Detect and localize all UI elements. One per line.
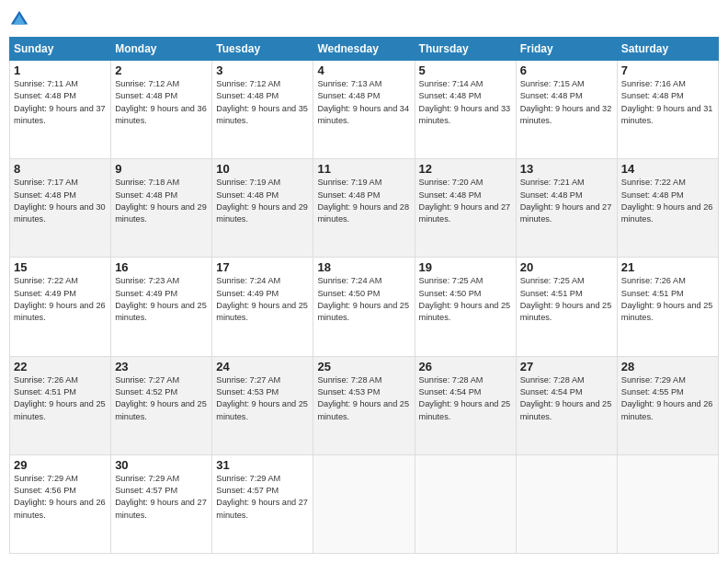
calendar-cell: 24Sunrise: 7:27 AMSunset: 4:53 PMDayligh… [212, 356, 313, 454]
day-info: Sunrise: 7:25 AMSunset: 4:51 PMDaylight:… [520, 275, 613, 324]
day-info: Sunrise: 7:28 AMSunset: 4:53 PMDaylight:… [317, 374, 410, 423]
header [9, 9, 719, 29]
calendar-cell: 1Sunrise: 7:11 AMSunset: 4:48 PMDaylight… [10, 61, 111, 159]
calendar-cell: 11Sunrise: 7:19 AMSunset: 4:48 PMDayligh… [313, 159, 415, 258]
calendar-week-1: 1Sunrise: 7:11 AMSunset: 4:48 PMDaylight… [10, 61, 719, 159]
calendar-cell: 15Sunrise: 7:22 AMSunset: 4:49 PMDayligh… [10, 258, 111, 356]
calendar-cell [415, 454, 516, 553]
calendar-week-5: 29Sunrise: 7:29 AMSunset: 4:56 PMDayligh… [10, 454, 719, 553]
day-header-tuesday: Tuesday [212, 38, 313, 61]
calendar-cell: 9Sunrise: 7:18 AMSunset: 4:48 PMDaylight… [111, 159, 212, 258]
day-number: 20 [520, 260, 613, 274]
day-info: Sunrise: 7:24 AMSunset: 4:49 PMDaylight:… [216, 275, 309, 324]
day-info: Sunrise: 7:12 AMSunset: 4:48 PMDaylight:… [216, 78, 309, 127]
day-number: 15 [14, 260, 107, 274]
calendar-cell: 19Sunrise: 7:25 AMSunset: 4:50 PMDayligh… [415, 258, 516, 356]
calendar-cell: 29Sunrise: 7:29 AMSunset: 4:56 PMDayligh… [10, 454, 111, 553]
day-number: 14 [621, 162, 714, 176]
calendar-cell [516, 454, 617, 553]
day-info: Sunrise: 7:22 AMSunset: 4:48 PMDaylight:… [621, 177, 714, 225]
calendar-cell: 3Sunrise: 7:12 AMSunset: 4:48 PMDaylight… [212, 61, 313, 159]
day-info: Sunrise: 7:22 AMSunset: 4:49 PMDaylight:… [14, 275, 107, 324]
calendar-week-2: 8Sunrise: 7:17 AMSunset: 4:48 PMDaylight… [10, 159, 719, 258]
day-number: 10 [216, 162, 309, 176]
calendar-week-3: 15Sunrise: 7:22 AMSunset: 4:49 PMDayligh… [10, 258, 719, 356]
calendar-cell: 26Sunrise: 7:28 AMSunset: 4:54 PMDayligh… [415, 356, 516, 454]
day-number: 17 [216, 260, 309, 274]
day-info: Sunrise: 7:27 AMSunset: 4:53 PMDaylight:… [216, 374, 309, 423]
day-number: 27 [520, 360, 613, 373]
day-info: Sunrise: 7:26 AMSunset: 4:51 PMDaylight:… [621, 275, 714, 324]
calendar-cell: 18Sunrise: 7:24 AMSunset: 4:50 PMDayligh… [313, 258, 415, 356]
day-number: 23 [115, 360, 208, 373]
calendar-cell: 4Sunrise: 7:13 AMSunset: 4:48 PMDaylight… [313, 61, 415, 159]
calendar-cell: 2Sunrise: 7:12 AMSunset: 4:48 PMDaylight… [111, 61, 212, 159]
day-info: Sunrise: 7:13 AMSunset: 4:48 PMDaylight:… [317, 78, 410, 127]
day-number: 9 [115, 162, 208, 176]
day-header-monday: Monday [111, 38, 212, 61]
day-info: Sunrise: 7:26 AMSunset: 4:51 PMDaylight:… [14, 374, 107, 423]
calendar-cell: 21Sunrise: 7:26 AMSunset: 4:51 PMDayligh… [617, 258, 718, 356]
day-info: Sunrise: 7:29 AMSunset: 4:57 PMDaylight:… [115, 473, 208, 522]
calendar-cell: 20Sunrise: 7:25 AMSunset: 4:51 PMDayligh… [516, 258, 617, 356]
day-number: 6 [520, 63, 613, 77]
calendar-cell: 28Sunrise: 7:29 AMSunset: 4:55 PMDayligh… [617, 356, 718, 454]
page: SundayMondayTuesdayWednesdayThursdayFrid… [0, 0, 728, 563]
day-number: 19 [419, 260, 512, 274]
day-number: 11 [317, 162, 410, 176]
day-info: Sunrise: 7:19 AMSunset: 4:48 PMDaylight:… [317, 177, 410, 225]
calendar-cell: 10Sunrise: 7:19 AMSunset: 4:48 PMDayligh… [212, 159, 313, 258]
day-number: 30 [115, 458, 208, 472]
day-info: Sunrise: 7:16 AMSunset: 4:48 PMDaylight:… [621, 78, 714, 127]
day-info: Sunrise: 7:27 AMSunset: 4:52 PMDaylight:… [115, 374, 208, 423]
day-info: Sunrise: 7:14 AMSunset: 4:48 PMDaylight:… [419, 78, 512, 127]
day-number: 2 [115, 63, 208, 77]
calendar-week-4: 22Sunrise: 7:26 AMSunset: 4:51 PMDayligh… [10, 356, 719, 454]
calendar-cell: 13Sunrise: 7:21 AMSunset: 4:48 PMDayligh… [516, 159, 617, 258]
day-header-friday: Friday [516, 38, 617, 61]
day-info: Sunrise: 7:15 AMSunset: 4:48 PMDaylight:… [520, 78, 613, 127]
calendar-cell: 5Sunrise: 7:14 AMSunset: 4:48 PMDaylight… [415, 61, 516, 159]
day-info: Sunrise: 7:29 AMSunset: 4:57 PMDaylight:… [216, 473, 309, 522]
calendar-cell: 25Sunrise: 7:28 AMSunset: 4:53 PMDayligh… [313, 356, 415, 454]
calendar-cell: 7Sunrise: 7:16 AMSunset: 4:48 PMDaylight… [617, 61, 718, 159]
calendar-cell: 27Sunrise: 7:28 AMSunset: 4:54 PMDayligh… [516, 356, 617, 454]
day-number: 29 [14, 458, 107, 472]
day-info: Sunrise: 7:25 AMSunset: 4:50 PMDaylight:… [419, 275, 512, 324]
day-header-saturday: Saturday [617, 38, 718, 61]
day-info: Sunrise: 7:21 AMSunset: 4:48 PMDaylight:… [520, 177, 613, 225]
logo-icon [9, 9, 29, 29]
calendar-cell: 8Sunrise: 7:17 AMSunset: 4:48 PMDaylight… [10, 159, 111, 258]
day-number: 26 [419, 360, 512, 373]
calendar-cell [313, 454, 415, 553]
day-info: Sunrise: 7:28 AMSunset: 4:54 PMDaylight:… [520, 374, 613, 423]
day-info: Sunrise: 7:29 AMSunset: 4:56 PMDaylight:… [14, 473, 107, 522]
day-info: Sunrise: 7:28 AMSunset: 4:54 PMDaylight:… [419, 374, 512, 423]
calendar-header-row: SundayMondayTuesdayWednesdayThursdayFrid… [10, 38, 719, 61]
day-number: 31 [216, 458, 309, 472]
calendar-table: SundayMondayTuesdayWednesdayThursdayFrid… [9, 37, 719, 554]
calendar-cell: 31Sunrise: 7:29 AMSunset: 4:57 PMDayligh… [212, 454, 313, 553]
day-number: 28 [621, 360, 714, 373]
day-number: 18 [317, 260, 410, 274]
day-number: 12 [419, 162, 512, 176]
calendar-cell: 30Sunrise: 7:29 AMSunset: 4:57 PMDayligh… [111, 454, 212, 553]
day-header-thursday: Thursday [415, 38, 516, 61]
calendar-cell: 14Sunrise: 7:22 AMSunset: 4:48 PMDayligh… [617, 159, 718, 258]
day-number: 7 [621, 63, 714, 77]
day-number: 5 [419, 63, 512, 77]
calendar-cell: 23Sunrise: 7:27 AMSunset: 4:52 PMDayligh… [111, 356, 212, 454]
calendar-cell: 22Sunrise: 7:26 AMSunset: 4:51 PMDayligh… [10, 356, 111, 454]
day-info: Sunrise: 7:18 AMSunset: 4:48 PMDaylight:… [115, 177, 208, 225]
day-info: Sunrise: 7:12 AMSunset: 4:48 PMDaylight:… [115, 78, 208, 127]
day-info: Sunrise: 7:11 AMSunset: 4:48 PMDaylight:… [14, 78, 107, 127]
calendar-cell: 17Sunrise: 7:24 AMSunset: 4:49 PMDayligh… [212, 258, 313, 356]
day-header-wednesday: Wednesday [313, 38, 415, 61]
day-number: 21 [621, 260, 714, 274]
day-number: 16 [115, 260, 208, 274]
day-info: Sunrise: 7:24 AMSunset: 4:50 PMDaylight:… [317, 275, 410, 324]
day-number: 1 [14, 63, 107, 77]
calendar-cell [617, 454, 718, 553]
calendar-cell: 16Sunrise: 7:23 AMSunset: 4:49 PMDayligh… [111, 258, 212, 356]
day-header-sunday: Sunday [10, 38, 111, 61]
